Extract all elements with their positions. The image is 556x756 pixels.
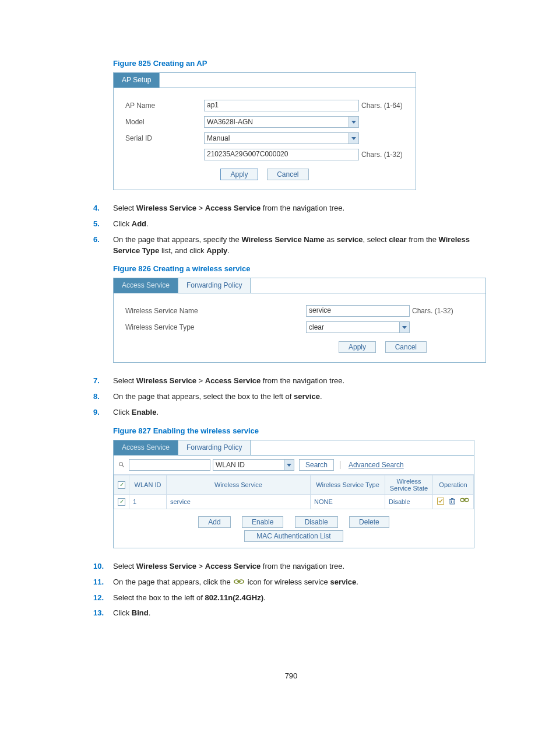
serial-id-input[interactable]: 210235A29G007C000020 — [204, 149, 359, 160]
step-7-text: Select Wireless Service > Access Service… — [113, 376, 489, 387]
cell-wlan-id: 1 — [129, 494, 167, 509]
step-4-number: 4. — [93, 203, 113, 214]
model-label: Model — [125, 118, 204, 126]
ap-name-input[interactable]: ap1 — [204, 100, 359, 111]
col-wireless-service-type: Wireless Service Type — [311, 475, 385, 494]
wireless-service-type-label: Wireless Service Type — [125, 323, 306, 331]
svg-point-0 — [119, 462, 123, 466]
step-11-number: 11. — [93, 577, 113, 588]
step-13-number: 13. — [93, 608, 113, 619]
step-7-number: 7. — [93, 376, 113, 387]
forwarding-policy-tab[interactable]: Forwarding Policy — [178, 440, 251, 455]
col-wlan-id: WLAN ID — [129, 475, 167, 494]
step-9-number: 9. — [93, 407, 113, 418]
svg-line-1 — [122, 466, 124, 467]
advanced-search-link[interactable]: Advanced Search — [349, 461, 404, 469]
serial-id-hint: Chars. (1-32) — [361, 150, 403, 159]
link-icon — [234, 579, 244, 586]
edit-icon[interactable] — [437, 497, 445, 505]
ap-name-hint: Chars. (1-64) — [361, 102, 403, 110]
col-wireless-service: Wireless Service — [167, 475, 311, 494]
cancel-button[interactable]: Cancel — [385, 341, 427, 353]
wireless-service-name-input[interactable]: service — [306, 305, 410, 317]
search-button[interactable]: Search — [299, 459, 334, 471]
disable-button[interactable]: Disable — [295, 516, 338, 528]
search-text-input[interactable] — [129, 459, 210, 471]
figure-825-screenshot: AP Setup AP Name ap1 Chars. (1-64) Model… — [113, 72, 416, 190]
step-8-number: 8. — [93, 391, 113, 402]
step-13-text: Click Bind. — [113, 608, 489, 619]
link-icon[interactable] — [460, 497, 468, 505]
col-wireless-service-state: Wireless Service State — [385, 475, 433, 494]
table-row: ✓ 1 service NONE Disable — [114, 494, 474, 509]
wireless-service-name-label: Wireless Service Name — [125, 307, 306, 315]
wireless-service-name-hint: Chars. (1-32) — [412, 307, 453, 315]
figure-827-screenshot: Access Service Forwarding Policy WLAN ID… — [113, 440, 474, 548]
select-all-checkbox[interactable]: ✓ — [118, 481, 125, 489]
cell-state: Disable — [385, 494, 433, 509]
figure-826-screenshot: Access Service Forwarding Policy Wireles… — [113, 278, 486, 363]
col-operation: Operation — [433, 475, 474, 494]
step-10-number: 10. — [93, 561, 113, 572]
figure-827-caption: Figure 827 Enabling the wireless service — [113, 426, 489, 435]
step-4-text: Select Wireless Service > Access Service… — [113, 203, 489, 214]
search-icon — [117, 460, 126, 470]
step-5-number: 5. — [93, 219, 113, 230]
model-select[interactable]: WA3628I-AGN — [204, 116, 359, 128]
figure-825-caption: Figure 825 Creating an AP — [113, 59, 489, 68]
step-10-text: Select Wireless Service > Access Service… — [113, 561, 489, 572]
step-6-number: 6. — [93, 235, 113, 257]
step-9-text: Click Enable. — [113, 407, 489, 418]
serial-id-select[interactable]: Manual — [204, 132, 359, 144]
step-5-text: Click Add. — [113, 219, 489, 230]
step-8-text: On the page that appears, select the box… — [113, 391, 489, 402]
trash-icon[interactable] — [448, 497, 456, 505]
figure-826-caption: Figure 826 Creating a wireless service — [113, 264, 489, 273]
cell-service: service — [167, 494, 311, 509]
cancel-button[interactable]: Cancel — [267, 169, 308, 180]
cell-type: NONE — [311, 494, 385, 509]
add-button[interactable]: Add — [198, 516, 230, 528]
access-service-tab[interactable]: Access Service — [114, 278, 178, 293]
svg-rect-3 — [450, 499, 455, 504]
step-12-text: Select the box to the left of 802.11n(2.… — [113, 593, 489, 604]
apply-button[interactable]: Apply — [339, 341, 376, 353]
search-field-select[interactable]: WLAN ID — [213, 459, 294, 471]
step-11-text: On the page that appears, click the icon… — [113, 577, 489, 588]
wireless-service-type-select[interactable]: clear — [306, 321, 410, 333]
delete-button[interactable]: Delete — [349, 516, 389, 528]
forwarding-policy-tab[interactable]: Forwarding Policy — [178, 278, 251, 293]
row-checkbox[interactable]: ✓ — [118, 498, 125, 506]
ap-name-label: AP Name — [125, 102, 204, 110]
page-number: 790 — [93, 671, 489, 680]
wireless-service-table: ✓ WLAN ID Wireless Service Wireless Serv… — [114, 475, 474, 509]
step-6-text: On the page that appears, specify the Wi… — [113, 235, 489, 257]
step-12-number: 12. — [93, 593, 113, 604]
mac-auth-list-button[interactable]: MAC Authentication List — [244, 530, 343, 542]
serial-id-label: Serial ID — [125, 134, 204, 142]
enable-button[interactable]: Enable — [242, 516, 283, 528]
ap-setup-tab[interactable]: AP Setup — [114, 73, 160, 88]
apply-button[interactable]: Apply — [220, 169, 258, 180]
access-service-tab[interactable]: Access Service — [114, 440, 178, 455]
